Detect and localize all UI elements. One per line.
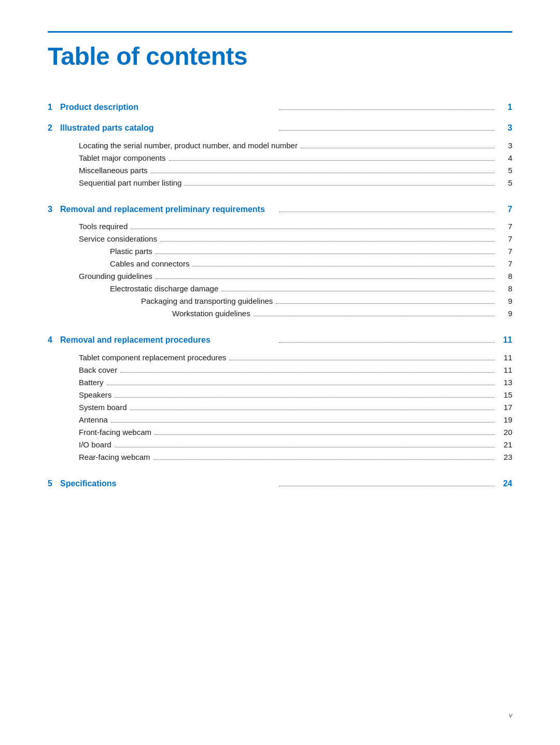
entry-label: Packaging and transporting guidelines (141, 295, 273, 307)
entry-label: Antenna (79, 414, 108, 426)
entry-page: 17 (498, 401, 512, 414)
chapter-number: 4 (48, 334, 60, 346)
entry-label: Speakers (79, 389, 111, 401)
toc-chapter-3: 3Removal and replacement preliminary req… (48, 204, 512, 215)
toc-entry-2-1: Service considerations7 (48, 233, 512, 245)
footer-page-number: v (509, 711, 513, 719)
chapter-label: Product description (60, 102, 276, 113)
toc-chapter-2: 2Illustrated parts catalog3 (48, 122, 512, 134)
chapter-number: 2 (48, 122, 60, 134)
toc-chapter-1: 1Product description1 (48, 102, 512, 113)
entry-label: Back cover (79, 364, 117, 376)
chapter-label: Specifications (60, 478, 276, 489)
entry-dots (254, 316, 495, 316)
toc-entry-2-4: Grounding guidelines8 (48, 270, 512, 283)
entry-page: 23 (498, 451, 512, 463)
entry-dots (155, 434, 495, 435)
entry-dots (229, 360, 495, 360)
entry-page: 15 (498, 389, 512, 401)
entry-page: 11 (498, 364, 512, 376)
entry-dots (221, 291, 495, 291)
toc-section-2: 2Illustrated parts catalog3Locating the … (48, 122, 512, 189)
entry-dots (115, 397, 495, 398)
entry-page: 3 (498, 139, 512, 152)
entry-dots (160, 241, 495, 242)
entry-dots (301, 148, 495, 148)
toc-entry-2-0: Tools required7 (48, 220, 512, 233)
entry-label: Service considerations (79, 233, 157, 245)
toc-entry-1-3: Sequential part number listing5 (48, 177, 512, 189)
entry-page: 21 (498, 439, 512, 451)
entry-label: Battery (79, 376, 104, 389)
entry-dots (107, 385, 495, 385)
entry-label: Cables and connectors (110, 258, 189, 270)
toc-entry-2-2: Plastic parts7 (48, 245, 512, 258)
entry-page: 9 (498, 307, 512, 320)
entry-page: 7 (498, 233, 512, 245)
entry-dots (192, 266, 495, 266)
entry-page: 13 (498, 376, 512, 389)
toc-section-3: 3Removal and replacement preliminary req… (48, 204, 512, 320)
chapter-page: 24 (498, 478, 512, 489)
toc-entry-3-1: Back cover11 (48, 364, 512, 376)
entry-dots (276, 303, 495, 304)
toc-entry-3-6: Front-facing webcam20 (48, 426, 512, 439)
toc-entry-3-3: Speakers15 (48, 389, 512, 401)
chapter-dots (279, 109, 495, 110)
chapter-label: Removal and replacement procedures (60, 334, 276, 346)
entry-dots (151, 173, 495, 173)
entry-page: 4 (498, 152, 512, 164)
entry-dots (156, 278, 495, 279)
toc-container: 1Product description12Illustrated parts … (48, 102, 512, 489)
chapter-page: 7 (498, 204, 512, 215)
chapter-number: 5 (48, 478, 60, 489)
chapter-label: Illustrated parts catalog (60, 122, 276, 134)
chapter-number: 3 (48, 204, 60, 215)
page-title: Table of contents (48, 42, 512, 71)
entry-dots (130, 410, 495, 410)
toc-entry-3-4: System board17 (48, 401, 512, 414)
toc-entry-1-0: Locating the serial number, product numb… (48, 139, 512, 152)
entry-label: I/O board (79, 439, 111, 451)
toc-entry-2-3: Cables and connectors7 (48, 258, 512, 270)
toc-entry-3-8: Rear-facing webcam23 (48, 451, 512, 463)
toc-chapter-4: 4Removal and replacement procedures11 (48, 334, 512, 346)
toc-entry-1-1: Tablet major components4 (48, 152, 512, 164)
chapter-dots (279, 212, 495, 212)
chapter-dots (279, 486, 495, 486)
entry-dots (131, 229, 495, 229)
chapter-page: 1 (498, 102, 512, 113)
toc-entry-3-5: Antenna19 (48, 414, 512, 426)
top-rule (48, 31, 512, 33)
entry-page: 8 (498, 283, 512, 295)
toc-chapter-5: 5Specifications24 (48, 478, 512, 489)
entry-label: Miscellaneous parts (79, 164, 148, 177)
entry-label: Sequential part number listing (79, 177, 181, 189)
entry-label: Tablet major components (79, 152, 166, 164)
toc-entry-2-7: Workstation guidelines9 (48, 307, 512, 320)
toc-entry-3-2: Battery13 (48, 376, 512, 389)
chapter-dots (279, 130, 495, 131)
chapter-label: Removal and replacement preliminary requ… (60, 204, 276, 215)
entry-dots (156, 254, 495, 254)
entry-page: 9 (498, 295, 512, 307)
chapter-dots (279, 342, 495, 343)
entry-label: Workstation guidelines (172, 307, 250, 320)
entry-page: 7 (498, 258, 512, 270)
entry-label: Grounding guidelines (79, 270, 152, 283)
entry-page: 7 (498, 245, 512, 258)
entry-page: 20 (498, 426, 512, 439)
entry-page: 8 (498, 270, 512, 283)
chapter-page: 3 (498, 122, 512, 134)
entry-label: Locating the serial number, product numb… (79, 139, 298, 152)
entry-label: Rear-facing webcam (79, 451, 150, 463)
entry-dots (111, 422, 495, 423)
toc-entry-3-0: Tablet component replacement procedures1… (48, 352, 512, 364)
entry-label: System board (79, 401, 127, 414)
entry-dots (153, 459, 495, 460)
toc-entry-2-6: Packaging and transporting guidelines9 (48, 295, 512, 307)
toc-entry-1-2: Miscellaneous parts5 (48, 164, 512, 177)
toc-section-1: 1Product description1 (48, 102, 512, 113)
entry-label: Plastic parts (110, 245, 152, 258)
entry-label: Tablet component replacement procedures (79, 352, 226, 364)
